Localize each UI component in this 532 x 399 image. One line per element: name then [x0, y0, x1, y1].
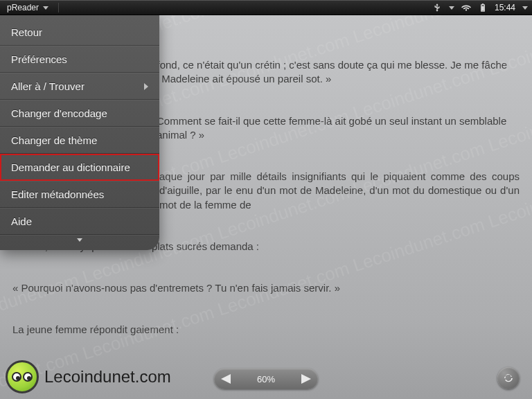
menu-item-help[interactable]: Aide — [0, 208, 159, 235]
menu-item-label: Demander au dictionnaire — [11, 161, 130, 173]
chevron-down-icon — [522, 6, 528, 10]
top-bar: pReader 15:44 — [0, 0, 532, 15]
paragraph: aque jour par mille détails insignifiant… — [159, 170, 520, 212]
paragraph: La jeune femme répondit gaiement : — [12, 323, 520, 337]
chevron-down-icon — [449, 6, 454, 10]
menu-item-label: Préférences — [11, 53, 67, 65]
menu-item-label: Aide — [11, 215, 32, 227]
progress-percent: 60% — [257, 374, 275, 384]
clock: 15:44 — [495, 3, 515, 12]
refresh-icon — [503, 373, 514, 384]
chevron-down-icon — [77, 238, 82, 242]
mascot-icon — [6, 360, 39, 393]
menu-item-change-theme[interactable]: Changer de thème — [0, 127, 159, 154]
pager: 60% — [214, 369, 318, 389]
app-name: pReader — [7, 3, 39, 12]
svg-rect-0 — [481, 6, 484, 11]
refresh-button[interactable] — [497, 367, 520, 389]
menu-item-back[interactable]: Retour — [0, 19, 159, 46]
menu-item-label: Editer métadonnées — [11, 188, 104, 200]
paragraph: « Pourquoi n'avons-nous pas d'entremets … — [12, 281, 520, 295]
paragraph: Comment se fait-il que cette femme-là ai… — [157, 114, 520, 143]
chevron-right-icon — [144, 83, 148, 90]
menu-item-label: Retour — [11, 26, 42, 38]
status-tray: 15:44 — [432, 3, 528, 12]
menu-item-dictionary[interactable]: Demander au dictionnaire — [0, 154, 159, 181]
site-branding: Lecoindunet.com — [6, 360, 171, 393]
app-menu: Retour Préférences Aller à / Trouver Cha… — [0, 15, 159, 250]
battery-icon — [478, 3, 488, 12]
divider — [58, 3, 59, 12]
chevron-down-icon — [43, 6, 48, 10]
paragraph: Au fond, ce n'était qu'un crétin ; c'est… — [141, 58, 520, 87]
menu-item-edit-metadata[interactable]: Editer métadonnées — [0, 181, 159, 208]
menu-more[interactable] — [0, 235, 159, 247]
menu-item-change-encoding[interactable]: Changer d'encodage — [0, 100, 159, 127]
wifi-icon — [461, 3, 471, 12]
prev-page-button[interactable] — [221, 374, 231, 384]
site-name: Lecoindunet.com — [44, 367, 171, 387]
next-page-button[interactable] — [301, 374, 311, 384]
menu-item-label: Changer d'encodage — [11, 107, 107, 119]
menu-item-label: Changer de thème — [11, 134, 97, 146]
menu-item-preferences[interactable]: Préférences — [0, 46, 159, 73]
menu-item-label: Aller à / Trouver — [11, 80, 85, 92]
menu-item-goto-find[interactable]: Aller à / Trouver — [0, 73, 159, 100]
app-menu-trigger[interactable]: pReader — [7, 3, 59, 12]
usb-icon — [432, 3, 442, 12]
